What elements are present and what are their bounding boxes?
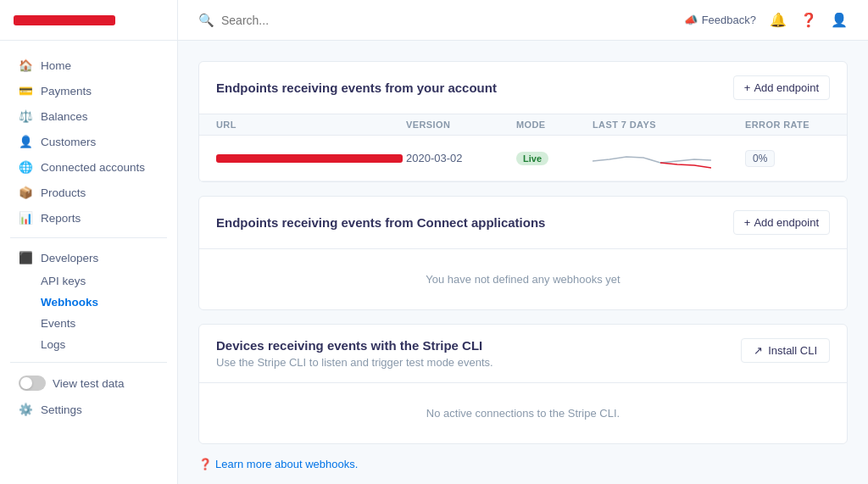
sidebar-item-developers[interactable]: ⬛ Developers <box>5 245 172 270</box>
search-container: 🔍 <box>198 13 537 28</box>
sidebar-sub-logs[interactable]: Logs <box>5 334 172 355</box>
bell-icon[interactable]: 🔔 <box>770 12 787 29</box>
version-cell: 2020-03-02 <box>406 152 516 164</box>
learn-more-link[interactable]: ❓ Learn more about webhooks. <box>198 458 848 470</box>
live-badge: Live <box>516 152 548 165</box>
devices-header: Devices receiving events with the Stripe… <box>199 325 847 382</box>
toggle-pill[interactable] <box>19 376 46 391</box>
sidebar-item-settings[interactable]: ⚙️ Settings <box>5 397 172 422</box>
sidebar: 🏠 Home 💳 Payments ⚖️ Balances 👤 Customer… <box>0 0 178 484</box>
megaphone-icon: 📣 <box>684 14 698 26</box>
api-keys-label: API keys <box>41 275 86 287</box>
products-icon: 📦 <box>19 186 32 199</box>
connect-endpoints-title: Endpoints receiving events from Connect … <box>216 215 545 230</box>
sidebar-sub-events[interactable]: Events <box>5 313 172 334</box>
install-cli-label: Install CLI <box>768 344 817 357</box>
sidebar-item-products[interactable]: 📦 Products <box>5 180 172 205</box>
settings-label: Settings <box>41 403 82 416</box>
webhooks-label: Webhooks <box>41 296 98 309</box>
feedback-button[interactable]: 📣 Feedback? <box>684 14 756 26</box>
add-connect-endpoint-button[interactable]: + Add endpoint <box>733 210 830 235</box>
developers-icon: ⬛ <box>19 251 32 264</box>
col-version: VERSION <box>406 120 516 130</box>
learn-more-text: Learn more about webhooks. <box>215 458 358 470</box>
install-cli-button[interactable]: ↗ Install CLI <box>741 338 830 363</box>
sparkline-chart <box>593 144 711 170</box>
topbar: 🔍 📣 Feedback? 🔔 ❓ 👤 <box>178 0 868 41</box>
connect-endpoints-header: Endpoints receiving events from Connect … <box>199 197 847 248</box>
devices-subtitle: Use the Stripe CLI to listen and trigger… <box>216 356 493 369</box>
sidebar-item-label: Home <box>41 59 71 72</box>
col-url: URL <box>216 120 406 130</box>
add-account-endpoint-button[interactable]: + Add endpoint <box>733 75 830 100</box>
sparkline-cell <box>593 144 745 172</box>
sidebar-divider-2 <box>10 362 167 363</box>
devices-card: Devices receiving events with the Stripe… <box>198 324 848 444</box>
question-circle-icon: ❓ <box>198 458 212 470</box>
devices-empty-state: No active connections to the Stripe CLI. <box>199 382 847 443</box>
sidebar-item-connected-accounts[interactable]: 🌐 Connected accounts <box>5 154 172 180</box>
col-mode: MODE <box>516 120 593 130</box>
table-header: URL VERSION MODE LAST 7 DAYS ERROR RATE <box>199 114 847 136</box>
connect-endpoints-card: Endpoints receiving events from Connect … <box>198 196 848 310</box>
logs-label: Logs <box>41 338 65 351</box>
sidebar-divider <box>10 237 167 238</box>
sidebar-item-reports[interactable]: 📊 Reports <box>5 205 172 231</box>
sidebar-item-label: Products <box>41 186 86 199</box>
home-icon: 🏠 <box>19 58 32 72</box>
sidebar-item-label: Customers <box>41 136 96 148</box>
account-endpoints-header: Endpoints receiving events from your acc… <box>199 62 847 114</box>
payments-icon: 💳 <box>19 84 32 97</box>
external-link-icon: ↗ <box>754 344 763 357</box>
error-rate-cell: 0% <box>745 150 830 167</box>
sidebar-item-payments[interactable]: 💳 Payments <box>5 78 172 103</box>
feedback-label: Feedback? <box>702 14 756 26</box>
sidebar-nav: 🏠 Home 💳 Payments ⚖️ Balances 👤 Customer… <box>0 53 177 231</box>
sidebar-item-label: Balances <box>41 110 88 123</box>
plus-icon-2: + <box>744 216 751 229</box>
sidebar-item-label: Payments <box>41 85 92 97</box>
reports-icon: 📊 <box>19 211 32 225</box>
connect-empty-state: You have not defined any webhooks yet <box>199 248 847 309</box>
table-row[interactable]: 2020-03-02 Live 0% <box>199 136 847 181</box>
sidebar-item-home[interactable]: 🏠 Home <box>5 53 172 78</box>
help-icon[interactable]: ❓ <box>800 12 817 29</box>
view-test-data-toggle[interactable]: View test data <box>5 370 172 397</box>
sidebar-sub-webhooks[interactable]: Webhooks <box>5 292 172 313</box>
error-rate-badge: 0% <box>745 150 775 167</box>
sidebar-item-balances[interactable]: ⚖️ Balances <box>5 103 172 129</box>
devices-title: Devices receiving events with the Stripe… <box>216 338 493 353</box>
sidebar-item-label: Developers <box>41 252 98 264</box>
sidebar-item-customers[interactable]: 👤 Customers <box>5 129 172 154</box>
plus-icon: + <box>744 81 751 94</box>
mode-cell: Live <box>516 151 593 165</box>
user-icon[interactable]: 👤 <box>831 12 848 29</box>
view-test-data-label: View test data <box>53 377 125 390</box>
customers-icon: 👤 <box>19 135 32 148</box>
add-connect-endpoint-label: Add endpoint <box>754 216 819 229</box>
device-title-block: Devices receiving events with the Stripe… <box>216 338 493 369</box>
main-content: 🔍 📣 Feedback? 🔔 ❓ 👤 Endpoints receiving … <box>178 0 868 484</box>
url-cell <box>216 154 406 163</box>
topbar-actions: 📣 Feedback? 🔔 ❓ 👤 <box>684 12 848 29</box>
sidebar-sub-api-keys[interactable]: API keys <box>5 270 172 292</box>
gear-icon: ⚙️ <box>19 403 32 416</box>
account-endpoints-title: Endpoints receiving events from your acc… <box>216 81 497 95</box>
events-label: Events <box>41 317 75 330</box>
sidebar-logo <box>0 0 177 41</box>
logo-bar <box>14 15 115 25</box>
col-error-rate: ERROR RATE <box>745 120 830 130</box>
balances-icon: ⚖️ <box>19 109 32 123</box>
sidebar-item-label: Connected accounts <box>41 161 145 174</box>
search-input[interactable] <box>221 14 537 27</box>
account-endpoints-card: Endpoints receiving events from your acc… <box>198 61 848 182</box>
connected-icon: 🌐 <box>19 160 32 174</box>
col-last7days: LAST 7 DAYS <box>593 120 745 130</box>
sidebar-item-label: Reports <box>41 212 81 225</box>
search-icon: 🔍 <box>198 13 214 28</box>
content-area: Endpoints receiving events from your acc… <box>178 41 868 484</box>
url-redacted-bar <box>216 154 403 163</box>
add-account-endpoint-label: Add endpoint <box>754 81 819 94</box>
